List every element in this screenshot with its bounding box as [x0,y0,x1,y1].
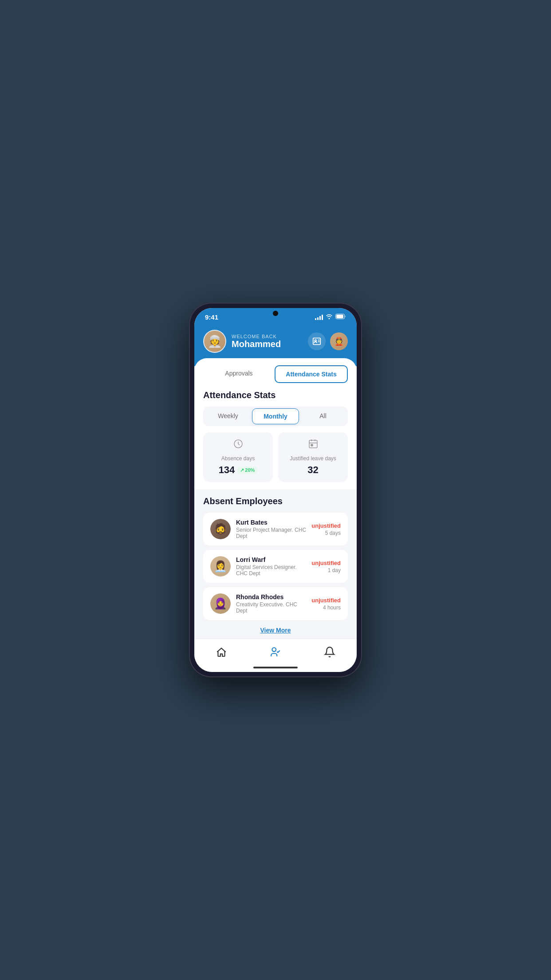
absent-employees-section: Absent Employees 🧔 Kurt Bates Senior Pro… [194,489,357,639]
period-selector: Weekly Monthly All [203,407,348,426]
rhonda-status-label: unjustified [311,597,341,604]
employee-card-lorri[interactable]: 👩‍💼 Lorri Warf Digital Services Designer… [203,550,348,583]
header-user-info: 👳 WELCOME BACK Mohammed [203,330,281,353]
camera-notch [273,311,278,316]
main-content: Approvals Attendance Stats Attendance St… [194,358,357,639]
absence-days-card: Absence days 134 ↗ 20% [203,432,273,482]
welcome-label: WELCOME BACK [232,334,281,339]
rhonda-name: Rhonda Rhodes [236,593,306,601]
signal-icon [315,315,323,320]
wifi-icon [326,314,333,320]
kurt-status-label: unjustified [311,522,341,529]
nav-notifications[interactable] [315,644,344,660]
status-time: 9:41 [205,313,218,321]
absent-employees-title: Absent Employees [203,496,348,506]
absence-days-value-row: 134 ↗ 20% [219,464,258,476]
status-icons [315,314,346,320]
rhonda-info: Rhonda Rhodes Creativity Executive. CHC … [236,593,306,614]
profile-button[interactable]: 👲 [330,332,348,350]
employee-card-rhonda[interactable]: 🧕 Rhonda Rhodes Creativity Executive. CH… [203,587,348,620]
employee-card-kurt[interactable]: 🧔 Kurt Bates Senior Project Manager. CHC… [203,513,348,545]
employee-list: 🧔 Kurt Bates Senior Project Manager. CHC… [203,513,348,620]
svg-rect-7 [309,440,317,448]
rhonda-role: Creativity Executive. CHC Dept [236,601,306,614]
kurt-name: Kurt Bates [236,519,306,526]
nav-home[interactable] [207,644,236,660]
phone-frame: 9:41 [189,303,362,677]
period-monthly[interactable]: Monthly [252,408,299,424]
kurt-avatar: 🧔 [210,519,231,539]
lorri-avatar: 👩‍💼 [210,556,231,577]
svg-point-3 [315,340,316,341]
justified-leave-label: Justified leave days [290,455,336,462]
clock-icon [233,439,244,452]
calendar-icon [308,439,319,452]
user-name: Mohammed [232,339,281,349]
rhonda-duration: 4 hours [311,605,341,611]
attendance-stats-title: Attendance Stats [203,390,348,400]
contact-card-button[interactable] [308,332,326,350]
absence-days-badge: ↗ 20% [237,466,257,474]
header-text: WELCOME BACK Mohammed [232,334,281,349]
battery-icon [335,314,346,320]
lorri-name: Lorri Warf [236,556,306,563]
view-more-container: View More [203,620,348,639]
kurt-role: Senior Project Manager. CHC Dept [236,527,306,539]
bell-icon [324,646,335,658]
stats-cards-row: Absence days 134 ↗ 20% [203,432,348,482]
kurt-status: unjustified 5 days [311,522,341,536]
lorri-role: Digital Services Designer. CHC Dept [236,564,306,577]
lorri-status: unjustified 1 day [311,560,341,573]
attendance-stats-section: Attendance Stats Weekly Monthly All [194,383,357,489]
rhonda-status: unjustified 4 hours [311,597,341,611]
justified-leave-card: Justified leave days 32 [278,432,348,482]
kurt-duration: 5 days [311,530,341,536]
home-icon [216,646,227,658]
tab-attendance-stats[interactable]: Attendance Stats [275,365,348,383]
tab-approvals[interactable]: Approvals [203,365,275,383]
phone-screen: 9:41 [194,308,357,672]
lorri-status-label: unjustified [311,560,341,566]
lorri-duration: 1 day [311,567,341,573]
bottom-nav [194,639,357,663]
kurt-info: Kurt Bates Senior Project Manager. CHC D… [236,519,306,539]
svg-rect-1 [336,315,343,318]
view-more-button[interactable]: View More [260,627,291,634]
lorri-info: Lorri Warf Digital Services Designer. CH… [236,556,306,577]
user-avatar[interactable]: 👳 [203,330,226,353]
period-weekly[interactable]: Weekly [205,408,251,424]
rhonda-avatar: 🧕 [210,593,231,614]
tab-bar: Approvals Attendance Stats [194,358,357,383]
nav-people[interactable] [261,644,290,660]
header-actions: 👲 [308,332,348,350]
absence-days-label: Absence days [221,455,255,462]
home-bar [253,667,298,668]
justified-leave-number: 32 [307,464,318,476]
justified-leave-value-row: 32 [307,464,318,476]
svg-point-12 [272,648,276,652]
period-all[interactable]: All [300,408,346,424]
svg-rect-11 [311,444,313,446]
home-indicator [194,663,357,672]
people-check-icon [270,646,281,658]
absence-days-number: 134 [219,464,235,476]
